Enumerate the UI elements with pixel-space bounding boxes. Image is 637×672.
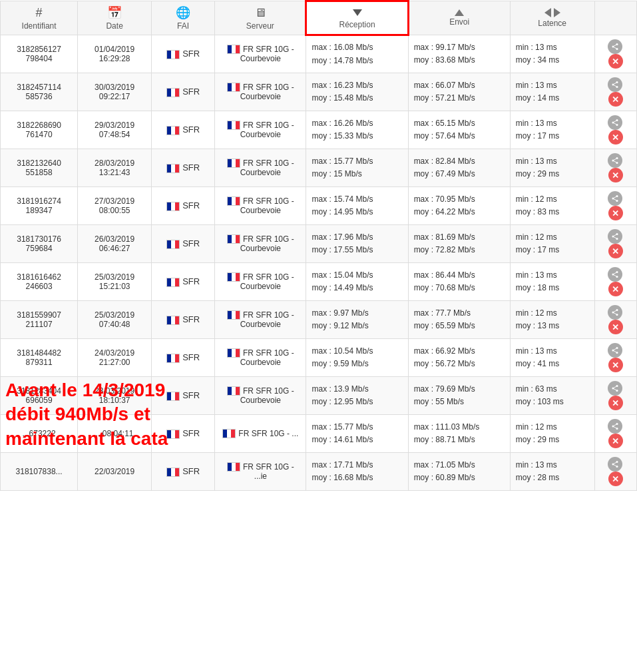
- share-button[interactable]: [608, 191, 622, 206]
- svg-line-53: [614, 427, 616, 428]
- svg-line-8: [614, 85, 616, 87]
- col-id-label: Identifiant: [6, 21, 72, 31]
- delete-button[interactable]: ✕: [608, 434, 623, 448]
- cell-envoi: max : 66.07 Mb/smoy : 57.21 Mb/s: [408, 73, 510, 111]
- col-header-fai[interactable]: 🌐 FAI: [152, 1, 215, 35]
- svg-line-28: [614, 237, 616, 238]
- share-button[interactable]: [608, 343, 622, 358]
- cell-reception: max : 15.77 Mb/smoy : 14.61 Mb/s: [306, 415, 408, 453]
- table-row: 318107838... 22/03/2019 SFR FR SFR 10G -…: [1, 453, 637, 491]
- col-header-server[interactable]: 🖥 Serveur: [215, 1, 306, 35]
- flag-fr: [227, 159, 240, 168]
- table-row: 3181559907211107 25/03/201907:40:48 SFR …: [1, 301, 637, 339]
- svg-line-24: [614, 196, 616, 198]
- flag-fr: [222, 429, 236, 438]
- cell-date: 28/03/201913:21:43: [78, 149, 152, 187]
- cell-date: ...08:04:11: [78, 415, 152, 453]
- share-button[interactable]: [608, 39, 622, 54]
- share-button[interactable]: [608, 267, 622, 282]
- close-icon: ✕: [612, 170, 619, 180]
- cell-date: 22/03/2019: [78, 453, 152, 491]
- close-icon: ✕: [612, 284, 619, 294]
- table-row: 3181616462246603 25/03/201915:21:03 SFR …: [1, 263, 637, 301]
- svg-line-18: [614, 161, 616, 163]
- close-icon: ✕: [612, 398, 619, 408]
- delete-button[interactable]: ✕: [608, 168, 623, 182]
- cell-actions: ✕: [594, 377, 636, 415]
- share-button[interactable]: [608, 77, 622, 92]
- cell-reception: max : 16.23 Mb/smoy : 15.48 Mb/s: [306, 73, 408, 111]
- svg-point-47: [616, 390, 618, 392]
- delete-button[interactable]: ✕: [608, 54, 623, 69]
- hash-icon: #: [6, 6, 72, 20]
- col-header-latence[interactable]: Latence: [510, 1, 594, 35]
- svg-point-11: [612, 122, 614, 124]
- cell-id: 3181616462246603: [1, 263, 78, 301]
- col-header-date[interactable]: 📅 Date: [78, 1, 152, 35]
- svg-point-27: [616, 238, 618, 240]
- share-icon: [611, 81, 619, 89]
- table-row: ...673222 ...08:04:11 SFR FR SFR 10G - .…: [1, 415, 637, 453]
- cell-latence: min : 13 msmoy : 28 ms: [510, 453, 594, 491]
- cell-id: 3181484482879311: [1, 339, 78, 377]
- delete-button[interactable]: ✕: [608, 472, 623, 486]
- svg-point-16: [612, 160, 614, 162]
- svg-point-26: [612, 236, 614, 238]
- share-button[interactable]: [608, 419, 622, 434]
- cell-fai: SFR: [152, 453, 215, 491]
- cell-date: 25/03/201915:21:03: [78, 263, 152, 301]
- cell-actions: ✕: [594, 453, 636, 491]
- cell-server: FR SFR 10G - Courbevoie: [215, 301, 306, 339]
- cell-server: FR SFR 10G - Courbevoie: [215, 377, 306, 415]
- flag-fr: [166, 202, 180, 211]
- svg-line-49: [614, 386, 616, 388]
- cell-actions: ✕: [594, 415, 636, 453]
- col-date-label: Date: [83, 21, 146, 31]
- svg-point-7: [616, 86, 618, 88]
- cell-date: 25/03/201907:40:48: [78, 301, 152, 339]
- cell-reception: max : 17.71 Mb/smoy : 16.68 Mb/s: [306, 453, 408, 491]
- delete-button[interactable]: ✕: [608, 206, 623, 220]
- delete-button[interactable]: ✕: [608, 320, 623, 334]
- flag-fr: [166, 316, 180, 325]
- delete-button[interactable]: ✕: [608, 130, 623, 145]
- sort-down-icon: [353, 7, 362, 17]
- share-icon: [611, 43, 619, 51]
- delete-button[interactable]: ✕: [608, 358, 623, 372]
- close-icon: ✕: [612, 57, 619, 67]
- sort-right-icon: [554, 8, 560, 17]
- svg-line-9: [614, 83, 616, 84]
- cell-server: FR SFR 10G - ...ie: [215, 453, 306, 491]
- cell-id: 3181916274189347: [1, 187, 78, 225]
- share-button[interactable]: [608, 153, 622, 168]
- share-button[interactable]: [608, 381, 622, 396]
- share-button[interactable]: [608, 229, 622, 244]
- cell-fai: SFR: [152, 377, 215, 415]
- close-icon: ✕: [612, 360, 619, 370]
- col-header-id[interactable]: # Identifiant: [1, 1, 78, 35]
- share-button[interactable]: [608, 115, 622, 130]
- share-button[interactable]: [608, 457, 622, 472]
- cell-server: FR SFR 10G - ...: [215, 415, 306, 453]
- delete-button[interactable]: ✕: [608, 244, 623, 258]
- col-header-reception[interactable]: Réception: [306, 1, 408, 35]
- flag-fr: [166, 430, 180, 439]
- cell-reception: max : 15.04 Mb/smoy : 14.49 Mb/s: [306, 263, 408, 301]
- globe-icon: 🌐: [157, 5, 209, 20]
- share-button[interactable]: [608, 305, 622, 320]
- col-header-envoi[interactable]: Envoi: [408, 1, 510, 35]
- cell-latence: min : 13 msmoy : 18 ms: [510, 263, 594, 301]
- delete-button[interactable]: ✕: [608, 92, 623, 107]
- server-icon: 🖥: [220, 6, 300, 20]
- svg-line-54: [614, 424, 616, 426]
- delete-button[interactable]: ✕: [608, 282, 623, 296]
- svg-point-15: [616, 157, 618, 159]
- delete-button[interactable]: ✕: [608, 396, 623, 410]
- flag-fr: [166, 392, 180, 401]
- cell-envoi: max : 65.15 Mb/smoy : 57.64 Mb/s: [408, 111, 510, 149]
- svg-line-3: [614, 47, 616, 49]
- cell-latence: min : 13 msmoy : 17 ms: [510, 111, 594, 149]
- cell-latence: min : 13 msmoy : 29 ms: [510, 149, 594, 187]
- svg-point-20: [616, 195, 618, 197]
- close-icon: ✕: [612, 474, 619, 484]
